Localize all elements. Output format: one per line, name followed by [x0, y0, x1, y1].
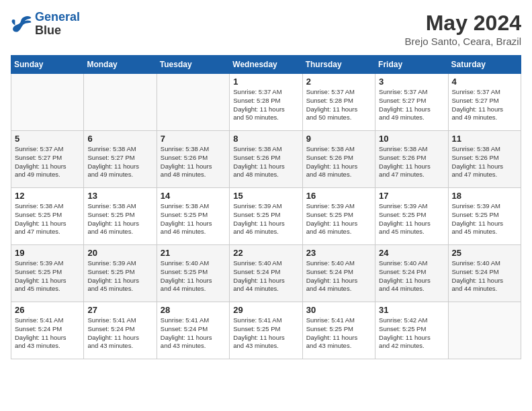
day-number: 9 — [306, 134, 371, 144]
calendar-week-row: 1Sunrise: 5:37 AM Sunset: 5:28 PM Daylig… — [11, 74, 521, 131]
calendar-day-cell: 15Sunrise: 5:39 AM Sunset: 5:25 PM Dayli… — [230, 188, 302, 245]
day-number: 13 — [87, 191, 152, 201]
day-content: Sunrise: 5:41 AM Sunset: 5:24 PM Dayligh… — [161, 316, 226, 351]
day-content: Sunrise: 5:37 AM Sunset: 5:28 PM Dayligh… — [306, 88, 371, 122]
calendar-day-cell: 5Sunrise: 5:37 AM Sunset: 5:27 PM Daylig… — [11, 131, 84, 188]
calendar-day-cell: 13Sunrise: 5:38 AM Sunset: 5:25 PM Dayli… — [84, 188, 157, 245]
day-number: 16 — [306, 191, 371, 201]
day-content: Sunrise: 5:39 AM Sunset: 5:25 PM Dayligh… — [452, 202, 517, 236]
calendar-empty-cell — [11, 74, 84, 131]
day-number: 10 — [379, 134, 444, 144]
day-number: 22 — [233, 248, 298, 258]
day-content: Sunrise: 5:37 AM Sunset: 5:27 PM Dayligh… — [379, 88, 444, 122]
day-number: 18 — [452, 191, 517, 201]
day-number: 21 — [161, 248, 226, 258]
calendar-day-cell: 4Sunrise: 5:37 AM Sunset: 5:27 PM Daylig… — [448, 74, 521, 131]
day-number: 25 — [452, 248, 517, 258]
day-content: Sunrise: 5:40 AM Sunset: 5:24 PM Dayligh… — [233, 259, 298, 293]
day-content: Sunrise: 5:39 AM Sunset: 5:25 PM Dayligh… — [379, 202, 444, 236]
day-content: Sunrise: 5:40 AM Sunset: 5:25 PM Dayligh… — [161, 259, 226, 293]
calendar-week-row: 19Sunrise: 5:39 AM Sunset: 5:25 PM Dayli… — [11, 245, 521, 302]
day-of-week-header: Wednesday — [230, 56, 302, 74]
day-content: Sunrise: 5:41 AM Sunset: 5:24 PM Dayligh… — [15, 316, 80, 351]
day-number: 28 — [161, 305, 226, 315]
day-content: Sunrise: 5:41 AM Sunset: 5:25 PM Dayligh… — [233, 316, 298, 351]
calendar-day-cell: 17Sunrise: 5:39 AM Sunset: 5:25 PM Dayli… — [375, 188, 448, 245]
calendar-empty-cell — [84, 74, 157, 131]
calendar-day-cell: 28Sunrise: 5:41 AM Sunset: 5:24 PM Dayli… — [157, 302, 229, 359]
day-number: 31 — [379, 305, 444, 315]
day-content: Sunrise: 5:38 AM Sunset: 5:27 PM Dayligh… — [87, 145, 152, 179]
calendar-day-cell: 2Sunrise: 5:37 AM Sunset: 5:28 PM Daylig… — [302, 74, 375, 131]
day-number: 1 — [233, 77, 298, 87]
calendar-day-cell: 12Sunrise: 5:38 AM Sunset: 5:25 PM Dayli… — [11, 188, 84, 245]
day-content: Sunrise: 5:37 AM Sunset: 5:27 PM Dayligh… — [15, 145, 80, 179]
day-content: Sunrise: 5:38 AM Sunset: 5:25 PM Dayligh… — [161, 202, 226, 236]
day-number: 29 — [233, 305, 298, 315]
day-number: 11 — [452, 134, 517, 144]
calendar-day-cell: 18Sunrise: 5:39 AM Sunset: 5:25 PM Dayli… — [448, 188, 521, 245]
calendar-day-cell: 30Sunrise: 5:41 AM Sunset: 5:25 PM Dayli… — [302, 302, 375, 359]
day-number: 26 — [15, 305, 80, 315]
logo-bird-icon — [11, 15, 32, 34]
day-content: Sunrise: 5:42 AM Sunset: 5:25 PM Dayligh… — [379, 316, 444, 351]
day-content: Sunrise: 5:37 AM Sunset: 5:28 PM Dayligh… — [233, 88, 298, 122]
day-content: Sunrise: 5:38 AM Sunset: 5:26 PM Dayligh… — [452, 145, 517, 179]
day-content: Sunrise: 5:39 AM Sunset: 5:25 PM Dayligh… — [306, 202, 371, 236]
calendar-day-cell: 31Sunrise: 5:42 AM Sunset: 5:25 PM Dayli… — [375, 302, 448, 359]
day-content: Sunrise: 5:41 AM Sunset: 5:24 PM Dayligh… — [87, 316, 152, 351]
calendar-day-cell: 6Sunrise: 5:38 AM Sunset: 5:27 PM Daylig… — [84, 131, 157, 188]
location: Brejo Santo, Ceara, Brazil — [405, 36, 521, 47]
day-number: 20 — [87, 248, 152, 258]
day-content: Sunrise: 5:37 AM Sunset: 5:27 PM Dayligh… — [452, 88, 517, 122]
day-content: Sunrise: 5:39 AM Sunset: 5:25 PM Dayligh… — [15, 259, 80, 293]
calendar-day-cell: 11Sunrise: 5:38 AM Sunset: 5:26 PM Dayli… — [448, 131, 521, 188]
day-of-week-header: Friday — [375, 56, 448, 74]
day-number: 15 — [233, 191, 298, 201]
calendar-day-cell: 29Sunrise: 5:41 AM Sunset: 5:25 PM Dayli… — [230, 302, 302, 359]
day-content: Sunrise: 5:39 AM Sunset: 5:25 PM Dayligh… — [87, 259, 152, 293]
day-number: 12 — [15, 191, 80, 201]
day-number: 17 — [379, 191, 444, 201]
day-content: Sunrise: 5:39 AM Sunset: 5:25 PM Dayligh… — [233, 202, 298, 236]
day-number: 4 — [452, 77, 517, 87]
calendar-day-cell: 10Sunrise: 5:38 AM Sunset: 5:26 PM Dayli… — [375, 131, 448, 188]
month-title: May 2024 — [405, 11, 521, 36]
calendar-week-row: 26Sunrise: 5:41 AM Sunset: 5:24 PM Dayli… — [11, 302, 521, 359]
day-number: 5 — [15, 134, 80, 144]
calendar-header-row: SundayMondayTuesdayWednesdayThursdayFrid… — [11, 56, 521, 74]
day-number: 3 — [379, 77, 444, 87]
title-area: May 2024 Brejo Santo, Ceara, Brazil — [405, 11, 521, 47]
day-content: Sunrise: 5:40 AM Sunset: 5:24 PM Dayligh… — [379, 259, 444, 293]
calendar-day-cell: 21Sunrise: 5:40 AM Sunset: 5:25 PM Dayli… — [157, 245, 229, 302]
calendar-day-cell: 24Sunrise: 5:40 AM Sunset: 5:24 PM Dayli… — [375, 245, 448, 302]
day-content: Sunrise: 5:40 AM Sunset: 5:24 PM Dayligh… — [306, 259, 371, 293]
calendar-day-cell: 26Sunrise: 5:41 AM Sunset: 5:24 PM Dayli… — [11, 302, 84, 359]
day-content: Sunrise: 5:38 AM Sunset: 5:25 PM Dayligh… — [15, 202, 80, 236]
day-number: 30 — [306, 305, 371, 315]
day-number: 27 — [87, 305, 152, 315]
calendar-day-cell: 25Sunrise: 5:40 AM Sunset: 5:24 PM Dayli… — [448, 245, 521, 302]
day-number: 24 — [379, 248, 444, 258]
calendar-day-cell: 3Sunrise: 5:37 AM Sunset: 5:27 PM Daylig… — [375, 74, 448, 131]
day-content: Sunrise: 5:40 AM Sunset: 5:24 PM Dayligh… — [452, 259, 517, 293]
day-number: 2 — [306, 77, 371, 87]
day-number: 8 — [233, 134, 298, 144]
calendar-day-cell: 20Sunrise: 5:39 AM Sunset: 5:25 PM Dayli… — [84, 245, 157, 302]
calendar-day-cell: 19Sunrise: 5:39 AM Sunset: 5:25 PM Dayli… — [11, 245, 84, 302]
calendar-day-cell: 9Sunrise: 5:38 AM Sunset: 5:26 PM Daylig… — [302, 131, 375, 188]
logo: General Blue — [11, 11, 80, 38]
calendar-empty-cell — [157, 74, 229, 131]
calendar-day-cell: 22Sunrise: 5:40 AM Sunset: 5:24 PM Dayli… — [230, 245, 302, 302]
day-number: 7 — [161, 134, 226, 144]
calendar-empty-cell — [448, 302, 521, 359]
calendar-week-row: 12Sunrise: 5:38 AM Sunset: 5:25 PM Dayli… — [11, 188, 521, 245]
day-of-week-header: Thursday — [302, 56, 375, 74]
day-content: Sunrise: 5:38 AM Sunset: 5:26 PM Dayligh… — [161, 145, 226, 179]
page-header: General Blue May 2024 Brejo Santo, Ceara… — [11, 11, 521, 47]
calendar-day-cell: 1Sunrise: 5:37 AM Sunset: 5:28 PM Daylig… — [230, 74, 302, 131]
day-of-week-header: Monday — [84, 56, 157, 74]
calendar-week-row: 5Sunrise: 5:37 AM Sunset: 5:27 PM Daylig… — [11, 131, 521, 188]
day-number: 14 — [161, 191, 226, 201]
day-content: Sunrise: 5:38 AM Sunset: 5:26 PM Dayligh… — [233, 145, 298, 179]
